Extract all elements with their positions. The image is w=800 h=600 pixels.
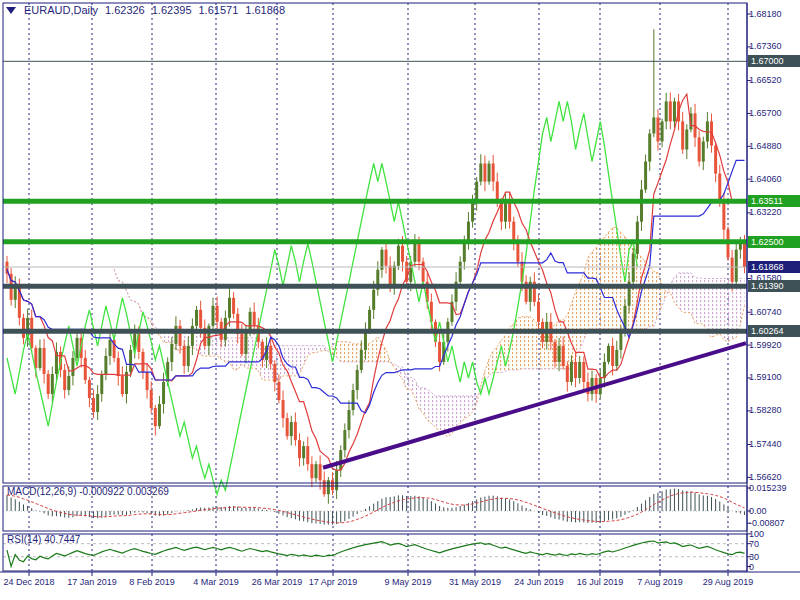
price-level-label: 1.62500 <box>748 236 800 248</box>
chart-canvas[interactable] <box>0 0 800 600</box>
price-tick-label: 1.59920 <box>749 340 796 351</box>
rsi-label: RSI(14) <box>7 534 41 545</box>
rsi-panel <box>3 541 747 567</box>
price-tick-label: 1.56620 <box>749 472 796 483</box>
price-level-label: 1.63511 <box>748 195 800 207</box>
price-tick-label: 1.58280 <box>749 405 796 416</box>
price-tick-label: 1.66520 <box>749 75 796 86</box>
price-tick-label: 1.67360 <box>749 41 796 52</box>
rsi-tick-label: 70 <box>749 539 799 549</box>
rsi-tick-label: 0 <box>749 562 799 572</box>
date-label: 24 Jun 2019 <box>514 577 564 587</box>
current-price-label: 1.61868 <box>748 261 800 273</box>
rsi-tick-label: 30 <box>749 552 799 562</box>
trading-chart-window: EURAUD,Daily 1.62326 1.62395 1.61571 1.6… <box>0 0 800 600</box>
date-label: 8 Feb 2019 <box>129 577 175 587</box>
date-label: 4 Mar 2019 <box>193 577 239 587</box>
chart-title-bar: EURAUD,Daily 1.62326 1.62395 1.61571 1.6… <box>6 3 288 17</box>
macd-signal-value: 0.003269 <box>127 486 169 497</box>
macd-tick-label: 0.00 <box>749 506 799 516</box>
quote-low: 1.61571 <box>199 4 239 16</box>
date-label: 9 May 2019 <box>384 577 431 587</box>
date-label: 29 Aug 2019 <box>703 577 754 587</box>
macd-tick-label: 0.015239 <box>749 483 799 493</box>
quote-close: 1.61868 <box>245 4 285 16</box>
quote-high: 1.62395 <box>152 4 192 16</box>
symbol-dropdown-icon[interactable] <box>6 7 16 14</box>
date-label: 24 Dec 2018 <box>3 577 54 587</box>
symbol-title: EURAUD,Daily <box>24 4 98 16</box>
macd-tick-label: -0.00807 <box>749 518 799 528</box>
date-label: 17 Apr 2019 <box>309 577 358 587</box>
price-tick-label: 1.65700 <box>749 108 796 119</box>
macd-label: MACD(12,26,9) <box>7 486 76 497</box>
price-level-label: 1.67000 <box>748 55 800 67</box>
date-label: 26 Mar 2019 <box>252 577 303 587</box>
price-tick-label: 1.57440 <box>749 439 796 450</box>
date-label: 7 Aug 2019 <box>637 577 683 587</box>
price-tick-label: 1.64060 <box>749 174 796 185</box>
price-tick-label: 1.59100 <box>749 372 796 383</box>
price-level-label: 1.61390 <box>748 280 800 292</box>
quote-open: 1.62326 <box>105 4 145 16</box>
price-tick-label: 1.63220 <box>749 207 796 218</box>
date-label: 31 May 2019 <box>449 577 501 587</box>
rsi-value: 40.7447 <box>44 534 80 545</box>
macd-label-line: MACD(12,26,9) -0.000922 0.003269 <box>7 486 169 497</box>
price-tick-label: 1.68180 <box>749 9 796 20</box>
rsi-tick-label: 100 <box>749 529 799 539</box>
price-tick-label: 1.60740 <box>749 307 796 318</box>
price-level-label: 1.60264 <box>748 325 800 337</box>
date-label: 16 Jul 2019 <box>577 577 624 587</box>
price-tick-label: 1.64880 <box>749 141 796 152</box>
macd-main-value: -0.000922 <box>79 486 124 497</box>
rsi-label-line: RSI(14) 40.7447 <box>7 534 80 545</box>
date-label: 17 Jan 2019 <box>67 577 117 587</box>
